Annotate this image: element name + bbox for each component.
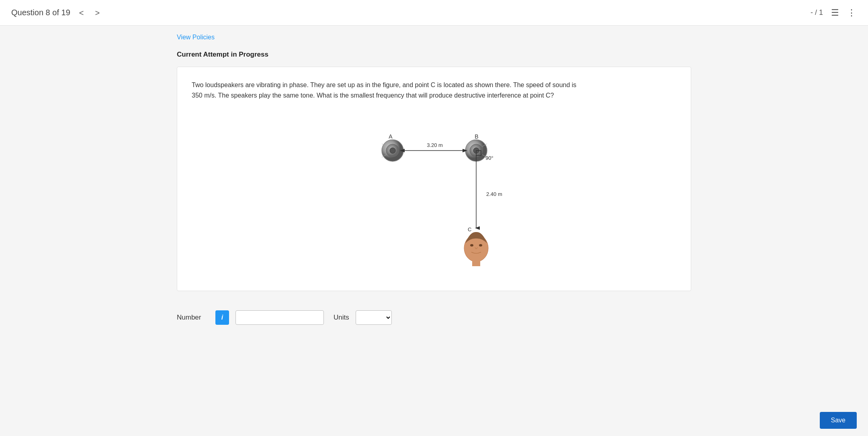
top-bar-right: - / 1 ☰ ⋮ (811, 8, 857, 18)
svg-rect-16 (472, 261, 480, 266)
list-icon: ☰ (831, 8, 839, 18)
physics-diagram: A B 3.20 m (358, 120, 510, 270)
number-label: Number (177, 314, 209, 322)
question-text: Two loudspeakers are vibrating in phase.… (192, 80, 676, 100)
view-policies-link[interactable]: View Policies (177, 34, 215, 41)
question-box: Two loudspeakers are vibrating in phase.… (177, 67, 691, 291)
question-text-line1: Two loudspeakers are vibrating in phase.… (192, 81, 576, 88)
info-button[interactable]: i (215, 310, 229, 325)
next-button[interactable]: > (92, 7, 102, 18)
top-bar-left: Question 8 of 19 < > (11, 7, 102, 18)
top-bar: Question 8 of 19 < > - / 1 ☰ ⋮ (0, 0, 868, 26)
label-b: B (475, 133, 478, 140)
number-input[interactable] (235, 310, 324, 325)
content-area: View Policies Current Attempt in Progres… (153, 26, 715, 347)
units-select[interactable]: Hz kHz (356, 310, 392, 325)
more-icon: ⋮ (847, 8, 857, 18)
svg-point-14 (470, 244, 473, 247)
distance-ab-label: 3.20 m (427, 142, 443, 148)
prev-button[interactable]: < (77, 7, 86, 18)
more-options-button[interactable]: ⋮ (847, 8, 857, 18)
svg-point-2 (390, 148, 395, 153)
score-display: - / 1 (811, 8, 823, 17)
question-counter: Question 8 of 19 (11, 8, 70, 17)
units-label: Units (334, 314, 349, 322)
current-attempt-label: Current Attempt in Progress (177, 51, 691, 59)
answer-row: Number i Units Hz kHz (177, 304, 691, 331)
figure-container: A B 3.20 m (192, 112, 676, 278)
svg-point-15 (479, 244, 482, 247)
distance-bc-label: 2.40 m (486, 191, 502, 197)
question-text-line2: 350 m/s. The speakers play the same tone… (192, 92, 554, 99)
label-a: A (389, 133, 393, 140)
list-icon-button[interactable]: ☰ (831, 8, 839, 18)
label-c: C (468, 226, 471, 232)
angle-label: 90° (485, 155, 493, 161)
